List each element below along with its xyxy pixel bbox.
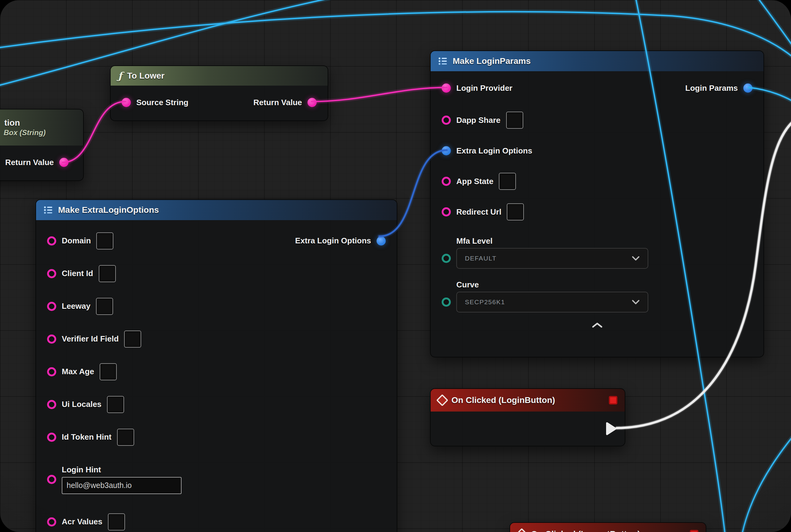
ui-locales-checkbox[interactable]	[107, 396, 124, 413]
mfa-level-dropdown[interactable]: DEFAULT	[456, 248, 648, 269]
node-title: Make ExtraLoginOptions	[58, 205, 159, 215]
pin-label: Client Id	[62, 269, 93, 278]
node-on-clicked-login-button[interactable]: On Clicked (LoginButton)	[430, 388, 625, 446]
node-header[interactable]: ƒ To Lower	[111, 66, 328, 86]
source-string-pin[interactable]	[122, 98, 131, 107]
node-title-fragment: tion	[4, 118, 20, 128]
node-header[interactable]: On Clicked (LogoutButton)	[510, 523, 706, 532]
return-value-pin[interactable]	[307, 98, 317, 107]
bound-event-indicator	[690, 530, 698, 532]
curve-value: SECP256K1	[465, 299, 505, 306]
pin-label: App State	[456, 177, 493, 186]
node-title: On Clicked (LogoutButton)	[531, 529, 640, 532]
node-header[interactable]: tion Box (String)	[0, 110, 83, 146]
node-subtitle-fragment: Box (String)	[4, 128, 45, 137]
pure-function-icon: ƒ	[118, 71, 122, 81]
leeway-checkbox[interactable]	[96, 298, 113, 315]
id-token-hint-pin[interactable]	[47, 433, 56, 442]
exec-output-pin[interactable]	[604, 421, 618, 436]
blueprint-graph[interactable]: tion Box (String) Return Value ƒ To Lowe…	[0, 0, 791, 532]
dapp-share-pin[interactable]	[442, 116, 451, 125]
pin-label: Dapp Share	[456, 116, 501, 125]
acr-values-checkbox[interactable]	[108, 513, 125, 530]
input-pin-label: Source String	[136, 98, 188, 107]
max-age-pin[interactable]	[47, 367, 56, 376]
verifier-id-field-checkbox[interactable]	[124, 330, 141, 348]
output-pin-label: Return Value	[253, 98, 302, 107]
domain-checkbox[interactable]	[96, 232, 113, 249]
login-hint-label: Login Hint	[62, 465, 181, 475]
curve-pin[interactable]	[442, 298, 451, 307]
mfa-level-label: Mfa Level	[456, 236, 752, 246]
extra-login-options-input-pin[interactable]	[442, 146, 451, 155]
node-on-clicked-logout-button[interactable]: On Clicked (LogoutButton)	[509, 522, 706, 532]
return-value-pin[interactable]	[59, 158, 69, 167]
redirect-url-pin[interactable]	[442, 207, 451, 216]
mfa-level-pin[interactable]	[442, 254, 451, 263]
chevron-down-icon	[632, 256, 640, 261]
login-provider-pin[interactable]	[442, 83, 451, 93]
output-pin-label: Extra Login Options	[295, 236, 371, 246]
node-make-login-params[interactable]: Make LoginParams Login Provider Login Pa…	[430, 51, 764, 357]
pin-label: Verifier Id Field	[62, 334, 119, 344]
node-header[interactable]: Make ExtraLoginOptions	[36, 200, 397, 220]
pin-label: Acr Values	[62, 517, 102, 527]
client-id-checkbox[interactable]	[99, 265, 116, 282]
node-to-lower[interactable]: ƒ To Lower Source String Return Value	[110, 65, 328, 121]
node-make-extra-login-options[interactable]: Make ExtraLoginOptions Domain Extra Logi…	[36, 200, 397, 532]
node-get-selected-option-partial[interactable]: tion Box (String) Return Value	[0, 109, 84, 181]
id-token-hint-checkbox[interactable]	[117, 429, 134, 446]
curve-dropdown[interactable]: SECP256K1	[456, 292, 648, 312]
dapp-share-checkbox[interactable]	[506, 112, 523, 129]
login-params-output-pin[interactable]	[743, 83, 752, 93]
pin-label: Redirect Url	[456, 207, 501, 217]
event-diamond-icon	[516, 528, 528, 532]
pin-label: Leeway	[62, 302, 91, 311]
app-state-checkbox[interactable]	[499, 173, 516, 190]
pin-label: Max Age	[62, 367, 94, 376]
pin-label: Domain	[62, 236, 91, 246]
pin-label: Ui Locales	[62, 400, 101, 409]
make-struct-icon	[438, 57, 448, 65]
node-header[interactable]: On Clicked (LoginButton)	[431, 389, 625, 412]
node-title: To Lower	[127, 71, 165, 81]
extra-login-options-output-pin[interactable]	[377, 236, 386, 246]
client-id-pin[interactable]	[47, 269, 56, 278]
output-pin-label: Return Value	[5, 158, 54, 167]
pin-label: Login Provider	[456, 83, 512, 93]
acr-values-pin[interactable]	[47, 517, 56, 527]
mfa-level-value: DEFAULT	[465, 255, 496, 262]
collapse-node-button[interactable]	[591, 322, 603, 329]
ui-locales-pin[interactable]	[47, 400, 56, 409]
redirect-url-checkbox[interactable]	[507, 203, 524, 221]
node-header[interactable]: Make LoginParams	[431, 51, 764, 71]
chevron-down-icon	[632, 300, 640, 305]
node-title: Make LoginParams	[453, 56, 530, 66]
login-hint-pin[interactable]	[47, 475, 56, 484]
event-diamond-icon	[436, 394, 448, 406]
make-struct-icon	[43, 206, 53, 214]
curve-label: Curve	[456, 280, 752, 289]
verifier-id-field-pin[interactable]	[47, 335, 56, 344]
app-state-pin[interactable]	[442, 177, 451, 186]
node-title: On Clicked (LoginButton)	[451, 395, 555, 405]
domain-pin[interactable]	[47, 236, 56, 246]
pin-label: Id Token Hint	[62, 432, 112, 442]
output-pin-label: Login Params	[685, 83, 738, 93]
leeway-pin[interactable]	[47, 302, 56, 311]
max-age-checkbox[interactable]	[100, 363, 117, 380]
login-hint-input[interactable]	[62, 477, 181, 494]
pin-label: Extra Login Options	[456, 146, 532, 156]
bound-event-indicator	[609, 396, 617, 404]
